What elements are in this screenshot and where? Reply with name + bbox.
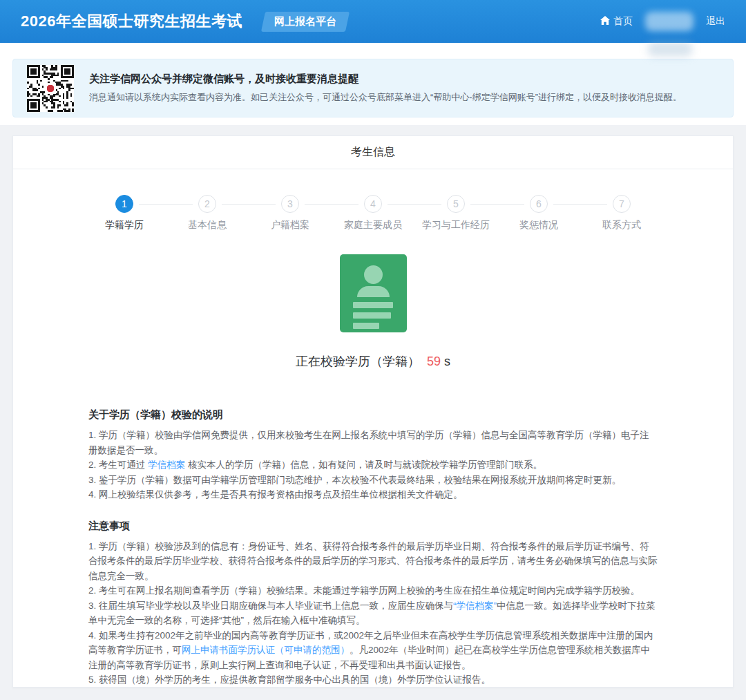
info-item: 4. 网上校验结果仅供参考，考生是否具有报考资格由报考点及招生单位根据相关文件确…	[88, 487, 658, 502]
step-circle: 2	[198, 195, 216, 213]
text-link[interactable]: 学信档案	[148, 460, 185, 470]
checking-status-text: 正在校验学历（学籍）	[296, 354, 420, 368]
info-item: 1. 学历（学籍）校验由学信网免费提供，仅用来校验考生在网上报名系统中填写的学历…	[88, 428, 658, 457]
text-link[interactable]: 可申请的范围	[285, 645, 341, 655]
user-name-censored[interactable]	[645, 12, 694, 31]
notice-banner: 关注学信网公众号并绑定微信账号，及时接收重要消息提醒 消息通知请以系统内实际查看…	[12, 59, 734, 117]
step-label: 基本信息	[166, 219, 249, 231]
person-shoulders-glyph	[357, 286, 390, 297]
home-icon	[600, 16, 610, 27]
person-head-glyph	[364, 265, 383, 284]
header-nav: 首页 退出	[600, 12, 725, 31]
info-item: 3. 往届生填写毕业学校以及毕业日期应确保与本人毕业证书上信息一致，应届生应确保…	[88, 598, 658, 628]
info-sections: 关于学历（学籍）校验的说明1. 学历（学籍）校验由学信网免费提供，仅用来校验考生…	[88, 408, 658, 688]
step-3: 3户籍档案	[249, 195, 332, 231]
info-section: 注意事项1. 学历（学籍）校验涉及到的信息有：身份证号、姓名、获得符合报考条件的…	[88, 520, 658, 688]
text-link[interactable]: ）	[341, 645, 350, 655]
qr-code	[27, 65, 74, 112]
info-item: 1. 学历（学籍）校验涉及到的信息有：身份证号、姓名、获得符合报考条件的最后学历…	[88, 539, 658, 584]
notice-desc: 消息通知请以系统内实际查看内容为准。如已关注公众号，可通过公众号底部菜单进入“帮…	[89, 91, 682, 104]
info-section: 关于学历（学籍）校验的说明1. 学历（学籍）校验由学信网免费提供，仅用来校验考生…	[88, 408, 658, 502]
step-1: 1学籍学历	[83, 195, 166, 231]
step-label: 学习与工作经历	[414, 219, 497, 231]
app-header: 2026年全国硕士研究生招生考试 网上报名平台 首页 退出	[0, 0, 746, 43]
stepper: 1学籍学历2基本信息3户籍档案4家庭主要成员5学习与工作经历6奖惩情况7联系方式	[83, 195, 663, 231]
card-title: 考生信息	[13, 136, 733, 169]
text-link[interactable]: 网上申请书面学历认证	[182, 645, 275, 655]
step-circle: 5	[447, 195, 465, 213]
countdown-unit: s	[444, 354, 450, 368]
info-item: 3. 鉴于学历（学籍）数据可由学籍学历管理部门动态维护，本次校验不代表最终结果，…	[88, 473, 658, 488]
step-circle: 1	[115, 195, 133, 213]
step-label: 奖惩情况	[497, 219, 580, 231]
text-link[interactable]: “学信档案”	[453, 600, 497, 611]
info-item: 4. 如果考生持有2002年之前毕业的国内高等教育学历证书，或2002年之后毕业…	[88, 628, 658, 673]
step-label: 联系方式	[580, 219, 663, 231]
step-circle: 6	[530, 195, 548, 213]
home-label: 首页	[613, 15, 633, 28]
home-link[interactable]: 首页	[600, 15, 633, 28]
platform-badge: 网上报名平台	[261, 12, 350, 32]
step-circle: 4	[364, 195, 382, 213]
step-6: 6奖惩情况	[497, 195, 580, 231]
countdown-seconds: 59	[427, 354, 441, 368]
app-title: 2026年全国硕士研究生招生考试	[21, 11, 242, 32]
notice-text: 关注学信网公众号并绑定微信账号，及时接收重要消息提醒 消息通知请以系统内实际查看…	[89, 73, 682, 104]
page-body: 考生信息 1学籍学历2基本信息3户籍档案4家庭主要成员5学习与工作经历6奖惩情况…	[0, 125, 746, 700]
info-item: 2. 考生可通过 学信档案 核实本人的学历（学籍）信息，如有疑问，请及时与就读院…	[88, 457, 658, 473]
logout-link[interactable]: 退出	[706, 15, 725, 28]
step-circle: 7	[613, 195, 631, 213]
step-7: 7联系方式	[580, 195, 663, 231]
id-card-icon	[340, 254, 407, 332]
section-title: 关于学历（学籍）校验的说明	[88, 408, 658, 422]
platform-badge-label: 网上报名平台	[274, 15, 336, 28]
censor-artifact	[648, 41, 692, 57]
step-2: 2基本信息	[166, 195, 249, 231]
section-title: 注意事项	[88, 520, 658, 533]
info-item: 5. 获得国（境）外学历的考生，应提供教育部留学服务中心出具的国（境）外学历学位…	[88, 672, 658, 688]
notice-band: 关注学信网公众号并绑定微信账号，及时接收重要消息提醒 消息通知请以系统内实际查看…	[0, 43, 746, 125]
step-circle: 3	[281, 195, 299, 213]
text-lines-glyph	[353, 302, 393, 329]
step-4: 4家庭主要成员	[332, 195, 414, 231]
checking-status: 正在校验学历（学籍）59s	[13, 353, 733, 370]
info-item: 2. 考生可在网上报名期间查看学历（学籍）校验结果。未能通过学籍学历网上校验的考…	[88, 583, 658, 598]
step-label: 家庭主要成员	[332, 219, 414, 231]
step-label: 户籍档案	[249, 219, 332, 231]
step-5: 5学习与工作经历	[414, 195, 497, 231]
step-label: 学籍学历	[83, 219, 166, 231]
text-link[interactable]: （	[275, 645, 285, 655]
notice-title: 关注学信网公众号并绑定微信账号，及时接收重要消息提醒	[89, 73, 682, 86]
candidate-info-card: 考生信息 1学籍学历2基本信息3户籍档案4家庭主要成员5学习与工作经历6奖惩情况…	[12, 135, 734, 688]
